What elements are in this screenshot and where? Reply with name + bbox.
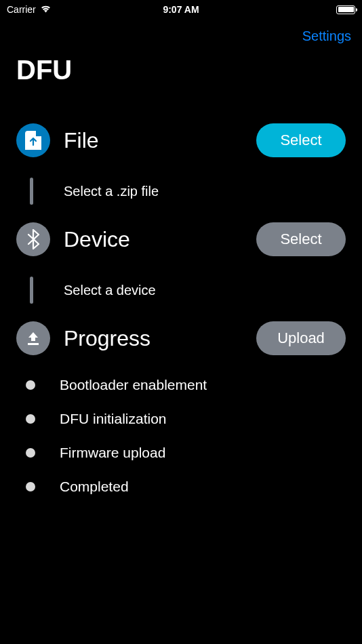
page-title: DFU [0, 51, 362, 106]
file-section-header: File Select [16, 123, 346, 157]
device-section: Device Select Select a device [16, 222, 346, 304]
progress-step: Firmware upload [26, 445, 346, 461]
status-right [336, 5, 355, 14]
upload-button[interactable]: Upload [256, 321, 346, 355]
battery-icon [336, 5, 355, 14]
svg-rect-0 [31, 337, 35, 341]
step-dot [26, 380, 35, 390]
device-body: Select a device [16, 277, 346, 304]
status-bar: Carrier 9:07 AM [0, 0, 362, 19]
file-subtext: Select a .zip file [64, 184, 159, 199]
step-dot [26, 448, 35, 458]
file-select-button[interactable]: Select [256, 123, 346, 157]
svg-rect-1 [28, 343, 39, 345]
progress-step: DFU initialization [26, 411, 346, 427]
status-time: 9:07 AM [163, 4, 199, 15]
settings-link[interactable]: Settings [302, 28, 351, 44]
device-select-button[interactable]: Select [256, 222, 346, 256]
step-dot [26, 414, 35, 424]
file-section: File Select Select a .zip file [16, 123, 346, 205]
bluetooth-icon [16, 222, 50, 256]
device-section-header: Device Select [16, 222, 346, 256]
step-label: Completed [60, 479, 129, 495]
step-label: Bootloader enablement [60, 377, 207, 393]
file-icon [16, 123, 50, 157]
carrier-label: Carrier [7, 4, 36, 15]
progress-step: Completed [26, 479, 346, 495]
upload-icon [16, 321, 50, 355]
progress-title: Progress [64, 326, 243, 351]
device-subtext: Select a device [64, 283, 156, 298]
file-title: File [64, 128, 243, 153]
progress-list: Bootloader enablement DFU initialization… [16, 377, 346, 495]
nav-bar: Settings [0, 19, 362, 51]
step-dot [26, 482, 35, 491]
progress-section: Progress Upload Bootloader enablement DF… [16, 321, 346, 495]
file-indicator-bar [30, 178, 33, 205]
file-body: Select a .zip file [16, 178, 346, 205]
status-left: Carrier [7, 4, 52, 15]
step-label: Firmware upload [60, 445, 165, 461]
progress-step: Bootloader enablement [26, 377, 346, 393]
wifi-icon [40, 4, 52, 15]
device-indicator-bar [30, 277, 33, 304]
device-title: Device [64, 227, 243, 252]
step-label: DFU initialization [60, 411, 167, 427]
progress-section-header: Progress Upload [16, 321, 346, 355]
